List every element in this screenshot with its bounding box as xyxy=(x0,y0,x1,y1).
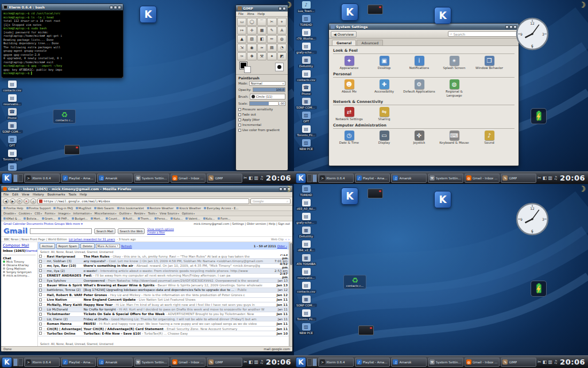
bookmark-item[interactable]: Kulu... xyxy=(203,217,215,220)
pager-cell[interactable] xyxy=(18,174,23,182)
bookmark-item[interactable]: Valent... xyxy=(185,217,200,220)
more-actions-select[interactable]: More Actions▾ xyxy=(96,244,120,248)
email-row[interactable]: ☆ Roman Hanna PAVES! - Hi Rich and happy… xyxy=(38,321,289,326)
gimp-tool-button[interactable]: ◔ xyxy=(277,44,287,52)
email-checkbox[interactable] xyxy=(39,298,42,301)
bookmark-item[interactable]: Restore Weather xyxy=(147,206,174,210)
search-mail-button[interactable]: Search Mail xyxy=(94,228,115,234)
kde-app-icon[interactable]: K xyxy=(341,3,358,21)
email-row[interactable]: ☆ me, ilya (2) e-waste! - Interesting ar… xyxy=(38,269,289,273)
desktop-icon[interactable]: ▨ OPT xyxy=(1,136,23,147)
taskbar-task[interactable]: ◍ Gmail - Inbox (1065... xyxy=(465,358,500,367)
window-thumbnail[interactable] xyxy=(358,325,374,335)
star-icon[interactable]: ☆ xyxy=(43,279,45,282)
email-row[interactable]: ☆ battlebrov, Teresa (2) [Bug 174298] Up… xyxy=(38,288,289,293)
select-links-bottom[interactable]: Select: All, None, Read, Unread, Starred… xyxy=(38,342,289,346)
email-checkbox[interactable] xyxy=(39,313,42,316)
webdev-menu[interactable]: View Source▾ xyxy=(160,212,179,215)
bookmark-item[interactable]: KMail & ... xyxy=(3,217,21,220)
create-filter-link[interactable]: Create a filter xyxy=(147,231,174,235)
taskbar-clock[interactable]: 20:06 xyxy=(265,174,292,182)
archive-button[interactable]: Archive xyxy=(40,243,55,249)
kde-app-icon[interactable]: K xyxy=(341,187,358,205)
email-checkbox[interactable] xyxy=(39,327,42,330)
home-button[interactable]: ⌂ xyxy=(30,198,36,204)
web-search-box[interactable]: Google⌕ xyxy=(250,198,291,204)
window-thumbnail[interactable] xyxy=(368,5,383,14)
close-button[interactable] xyxy=(118,6,121,9)
menu-item[interactable]: History xyxy=(33,193,44,196)
email-checkbox[interactable] xyxy=(39,308,42,310)
menu-item[interactable]: Tools xyxy=(68,193,76,196)
desktop-icon[interactable]: ▤ grafy-schema... xyxy=(295,213,317,224)
bookmark-item[interactable]: Web Swarm xyxy=(94,206,114,210)
taskbar-task[interactable]: ⚒ System Settings xyxy=(428,358,463,367)
pager-cell[interactable] xyxy=(312,358,317,366)
moon-widget-icon[interactable]: ☽ xyxy=(285,1,292,9)
bookmark-item[interactable]: Knock Weather xyxy=(176,206,201,210)
settings-item[interactable]: ✴Splash Screen xyxy=(438,56,470,70)
menu-item[interactable]: Edit xyxy=(12,193,18,196)
webdev-menu[interactable]: Information▾ xyxy=(74,212,92,215)
email-checkbox[interactable] xyxy=(39,269,42,272)
menu-item[interactable]: View xyxy=(22,193,29,196)
settings-item[interactable]: ✦Appearance xyxy=(333,56,365,70)
scale-slider[interactable]: 1.00 xyxy=(249,101,285,106)
gimp-tool-button[interactable]: ⚒ xyxy=(257,52,266,60)
email-row[interactable]: ☆ Bauer Wine & Spirits What's Brewing at… xyxy=(38,283,289,288)
system-settings-titlebar[interactable]: System Settings xyxy=(329,24,519,30)
taskbar-task[interactable]: ♪ Playlist - Amarok xyxy=(355,358,390,367)
email-checkbox[interactable] xyxy=(39,279,42,282)
window-thumbnail[interactable] xyxy=(368,189,383,198)
tray-icon[interactable]: ◧ xyxy=(249,175,253,181)
taskbar-task[interactable]: ♪ Playlist - Amarok xyxy=(355,174,390,183)
google-services-links[interactable]: Gmail Calendar Documents Photos Groups W… xyxy=(3,222,83,225)
older-link[interactable]: Older › xyxy=(277,244,287,248)
maximize-button[interactable] xyxy=(509,25,513,29)
bookmark-item[interactable]: Rutil... xyxy=(123,217,135,220)
desktop-icon[interactable]: ▤ Toronto_Fli... xyxy=(295,309,317,321)
star-icon[interactable]: ☆ xyxy=(43,264,45,267)
email-checkbox[interactable] xyxy=(39,264,42,267)
stop-button[interactable]: ✕ xyxy=(24,198,29,204)
tray-icon[interactable]: ♫ xyxy=(260,359,264,365)
taskbar-clock[interactable]: 20:06 xyxy=(559,174,586,182)
bookmark-item[interactable]: Plug-in FAQ xyxy=(53,206,72,210)
gimp-menu-item[interactable]: Help xyxy=(258,12,265,16)
email-checkbox[interactable] xyxy=(39,293,42,296)
gimp-option-checkbox[interactable]: Apply Jitter xyxy=(238,118,285,121)
overview-button[interactable]: ◀Overview xyxy=(331,31,357,37)
pager-cell[interactable] xyxy=(312,174,317,182)
webdev-menu[interactable]: Options▾ xyxy=(182,212,195,215)
minimize-button[interactable] xyxy=(110,6,113,9)
desktop-icon[interactable]: ▨ TOREAD xyxy=(295,185,317,197)
taskbar-task[interactable]: > Xterm 0.6.4 xyxy=(24,358,60,367)
desktop-icon[interactable]: ▦ SONP COMVOND CR... xyxy=(295,296,317,307)
email-checkbox[interactable] xyxy=(39,255,42,258)
settings-item[interactable]: ▣Desktop xyxy=(368,56,400,70)
desktop-icon[interactable]: ▤ contacts.csv xyxy=(295,282,317,293)
bookmark-item[interactable]: this bookmarklet xyxy=(117,206,144,210)
star-icon[interactable]: ☆ xyxy=(43,312,45,316)
email-checkbox[interactable] xyxy=(39,332,42,335)
pager-cell[interactable] xyxy=(307,174,312,182)
menu-item[interactable]: File xyxy=(3,193,9,196)
desktop-pager[interactable] xyxy=(307,358,317,366)
tray-icon[interactable]: ✂ xyxy=(243,359,247,365)
email-row[interactable]: ☆ mr, lyo, Rav (10) there's something in… xyxy=(38,264,289,269)
desktop-icon[interactable]: ☎ Phone xyxy=(1,108,23,120)
desktop-pager[interactable] xyxy=(13,174,23,182)
bookmark-item[interactable]: Budget... xyxy=(72,217,88,220)
pager-cell[interactable] xyxy=(13,358,18,366)
star-icon[interactable]: ☆ xyxy=(43,327,45,331)
settings-item[interactable]: ⇄Network Settings xyxy=(333,107,365,121)
kmenu-button[interactable]: K xyxy=(2,357,12,367)
gimp-tool-button[interactable]: ✏ xyxy=(267,35,276,43)
gimp-tool-button[interactable]: ❖ xyxy=(247,52,256,60)
gimp-titlebar[interactable]: GIMP xyxy=(236,5,288,12)
email-row[interactable]: ☆ Liz McDonald No Crofts for tonight - H… xyxy=(38,307,289,312)
email-checkbox[interactable] xyxy=(39,317,42,320)
gimp-option-checkbox[interactable]: Fade out xyxy=(238,113,285,116)
email-checkbox[interactable] xyxy=(39,289,42,292)
taskbar-task[interactable]: ♫ Amarok xyxy=(97,358,133,367)
